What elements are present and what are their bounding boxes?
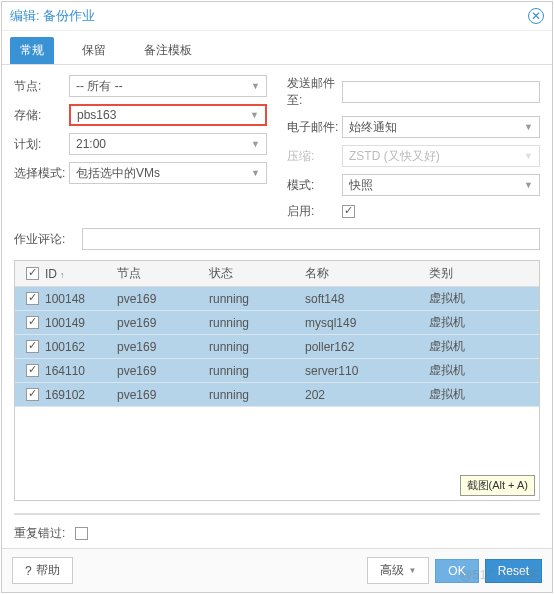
comment-row: 作业评论: [2, 224, 552, 258]
comment-label: 作业评论: [14, 231, 74, 248]
mode-select[interactable]: 快照▼ [342, 174, 540, 196]
storage-label: 存储: [14, 107, 69, 124]
cell-type: 虚拟机 [429, 314, 539, 331]
cell-id: 100162 [45, 340, 117, 354]
compression-label: 压缩: [287, 148, 342, 165]
table-row[interactable]: 100162pve169runningpoller162虚拟机 [15, 335, 539, 359]
form-area: 节点: -- 所有 --▼ 存储: pbs163▼ 计划: 21:00▼ 选择模… [2, 65, 552, 224]
email-notify-label: 电子邮件: [287, 119, 342, 136]
cell-node: pve169 [117, 340, 209, 354]
table-row[interactable]: 169102pve169running202虚拟机 [15, 383, 539, 407]
cell-name: soft148 [305, 292, 429, 306]
cell-status: running [209, 316, 305, 330]
sort-asc-icon: ↑ [60, 270, 65, 280]
cell-type: 虚拟机 [429, 338, 539, 355]
reset-button[interactable]: Reset [485, 559, 542, 583]
schedule-select[interactable]: 21:00▼ [69, 133, 267, 155]
grid-header: ID↑ 节点 状态 名称 类别 [15, 261, 539, 287]
repeat-row: 重复错过: [2, 519, 552, 548]
ok-button[interactable]: OK [435, 559, 478, 583]
tab-retention[interactable]: 保留 [72, 37, 116, 64]
dialog-header: 编辑: 备份作业 ✕ [2, 2, 552, 31]
col-name[interactable]: 名称 [305, 265, 429, 282]
row-checkbox[interactable] [26, 388, 39, 401]
node-select[interactable]: -- 所有 --▼ [69, 75, 267, 97]
cell-name: mysql149 [305, 316, 429, 330]
mailto-input[interactable] [342, 81, 540, 103]
help-button[interactable]: ?帮助 [12, 557, 73, 584]
select-all-checkbox[interactable] [26, 267, 39, 280]
row-checkbox[interactable] [26, 292, 39, 305]
selection-mode-select[interactable]: 包括选中的VMs▼ [69, 162, 267, 184]
chevron-down-icon: ▼ [408, 566, 416, 575]
tab-note-template[interactable]: 备注模板 [134, 37, 202, 64]
tab-bar: 常规 保留 备注模板 [2, 31, 552, 65]
storage-select[interactable]: pbs163▼ [69, 104, 267, 126]
col-id[interactable]: ID↑ [45, 267, 117, 281]
table-row[interactable]: 100148pve169runningsoft148虚拟机 [15, 287, 539, 311]
chevron-down-icon: ▼ [251, 168, 260, 178]
cell-id: 169102 [45, 388, 117, 402]
advanced-toggle[interactable]: 高级▼ [367, 557, 429, 584]
footer: ?帮助 高级▼ OK Reset [2, 548, 552, 592]
cell-node: pve169 [117, 364, 209, 378]
cell-id: 100148 [45, 292, 117, 306]
repeat-missed-label: 重复错过: [14, 525, 69, 542]
chevron-down-icon: ▼ [524, 180, 533, 190]
repeat-missed-checkbox[interactable] [75, 527, 88, 540]
comment-input[interactable] [82, 228, 540, 250]
dialog: 编辑: 备份作业 ✕ 常规 保留 备注模板 节点: -- 所有 --▼ 存储: … [1, 1, 553, 593]
tab-general[interactable]: 常规 [10, 37, 54, 64]
cell-status: running [209, 364, 305, 378]
enable-label: 启用: [287, 203, 342, 220]
selection-mode-label: 选择模式: [14, 165, 69, 182]
grid-body: 100148pve169runningsoft148虚拟机100149pve16… [15, 287, 539, 500]
chevron-down-icon: ▼ [524, 151, 533, 161]
close-icon[interactable]: ✕ [528, 8, 544, 24]
cell-type: 虚拟机 [429, 362, 539, 379]
cell-node: pve169 [117, 316, 209, 330]
cell-type: 虚拟机 [429, 386, 539, 403]
cell-node: pve169 [117, 292, 209, 306]
cell-type: 虚拟机 [429, 290, 539, 307]
row-checkbox[interactable] [26, 340, 39, 353]
col-node[interactable]: 节点 [117, 265, 209, 282]
compression-select: ZSTD (又快又好)▼ [342, 145, 540, 167]
row-checkbox[interactable] [26, 316, 39, 329]
cell-name: 202 [305, 388, 429, 402]
screenshot-hint: 截图(Alt + A) [460, 475, 535, 496]
chevron-down-icon: ▼ [250, 110, 259, 120]
enable-checkbox[interactable] [342, 205, 355, 218]
dialog-title: 编辑: 备份作业 [10, 7, 95, 25]
cell-id: 100149 [45, 316, 117, 330]
node-label: 节点: [14, 78, 69, 95]
cell-status: running [209, 388, 305, 402]
cell-status: running [209, 292, 305, 306]
col-type[interactable]: 类别 [429, 265, 539, 282]
cell-id: 164110 [45, 364, 117, 378]
email-notify-select[interactable]: 始终通知▼ [342, 116, 540, 138]
divider [14, 513, 540, 515]
cell-node: pve169 [117, 388, 209, 402]
mailto-label: 发送邮件至: [287, 75, 342, 109]
row-checkbox[interactable] [26, 364, 39, 377]
form-left-column: 节点: -- 所有 --▼ 存储: pbs163▼ 计划: 21:00▼ 选择模… [14, 75, 267, 220]
chevron-down-icon: ▼ [524, 122, 533, 132]
form-right-column: 发送邮件至: 电子邮件: 始终通知▼ 压缩: ZSTD (又快又好)▼ 模式: … [287, 75, 540, 220]
table-row[interactable]: 164110pve169runningserver110虚拟机 [15, 359, 539, 383]
mode-label: 模式: [287, 177, 342, 194]
cell-name: poller162 [305, 340, 429, 354]
col-status[interactable]: 状态 [209, 265, 305, 282]
chevron-down-icon: ▼ [251, 139, 260, 149]
schedule-label: 计划: [14, 136, 69, 153]
table-row[interactable]: 100149pve169runningmysql149虚拟机 [15, 311, 539, 335]
cell-name: server110 [305, 364, 429, 378]
help-icon: ? [25, 564, 32, 578]
cell-status: running [209, 340, 305, 354]
vm-grid: ID↑ 节点 状态 名称 类别 100148pve169runningsoft1… [14, 260, 540, 501]
chevron-down-icon: ▼ [251, 81, 260, 91]
